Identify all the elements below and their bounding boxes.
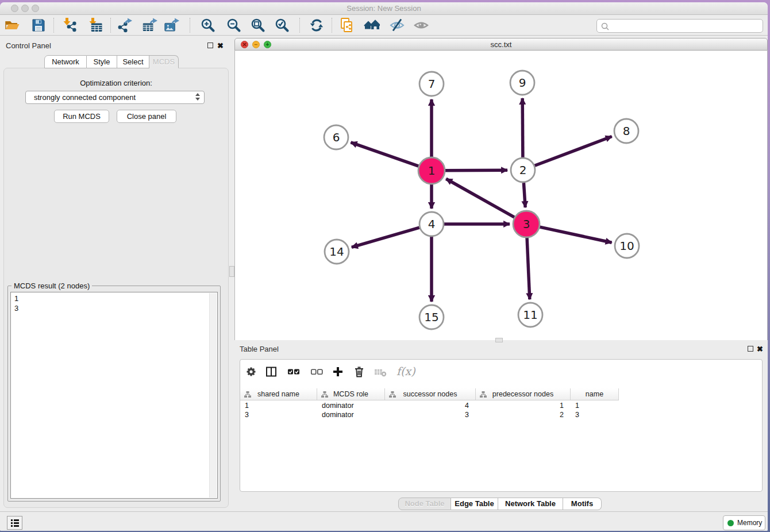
graph-node-7[interactable]: 7 [419,72,444,96]
network-minimize-button[interactable]: − [252,41,260,48]
zoom-selected-icon[interactable] [274,17,290,33]
open-icon[interactable] [4,17,20,33]
graph-node-10[interactable]: 10 [615,234,639,258]
clear-table-icon[interactable] [374,365,387,378]
criterion-value: strongly connected component [34,93,136,102]
graph-node-6[interactable]: 6 [324,125,348,149]
graph-edge-1-2[interactable] [445,170,507,171]
graph-edge-2-9[interactable] [522,98,523,157]
column-header-name[interactable]: name [571,388,619,400]
zoom-fit-icon[interactable] [250,17,266,33]
zoom-in-icon[interactable] [200,17,216,33]
criterion-select[interactable]: strongly connected component [25,91,205,104]
graph-node-1[interactable]: 1 [418,157,445,184]
tab-style[interactable]: Style [87,55,117,68]
task-history-button[interactable] [7,516,22,530]
control-panel-title: Control Panel [6,41,51,50]
split-columns-icon[interactable] [265,365,278,378]
close-panel-button[interactable]: Close panel [117,110,176,123]
export-image-icon[interactable] [164,17,180,33]
import-network-icon[interactable] [61,17,78,33]
table-row[interactable]: 1dominator411 [240,401,619,410]
graph-edge-3-11[interactable] [527,238,530,299]
minimize-window-button[interactable] [21,5,29,12]
tab-network-table[interactable]: Network Table [498,498,563,510]
network-window-title: scc.txt [235,38,767,51]
table-panel-title: Table Panel [240,345,279,353]
table-cell: 4 [385,401,476,410]
close-window-button[interactable] [11,5,18,12]
memory-button[interactable]: Memory [723,515,765,530]
table-row[interactable]: 3dominator323 [240,410,619,419]
svg-text:14: 14 [329,245,344,259]
mcds-result-textarea[interactable]: 1 3 [10,292,218,499]
toolbar-separator [299,18,300,33]
zoom-out-icon[interactable] [226,17,242,33]
horizontal-splitter-handle[interactable] [495,338,503,342]
network-window-titlebar[interactable]: ✕ − + scc.txt [234,38,768,51]
graph-edge-2-8[interactable] [535,137,612,166]
refresh-icon[interactable] [309,17,325,33]
select-all-icon[interactable] [287,365,300,378]
import-table-icon[interactable] [87,17,103,33]
run-mcds-button[interactable]: Run MCDS [54,110,109,123]
tab-mcds[interactable]: MCDS [149,55,179,68]
network-zoom-button[interactable]: + [264,41,271,48]
graph-node-2[interactable]: 2 [511,158,535,182]
show-panel-icon[interactable] [413,17,429,33]
hide-panel-icon[interactable] [389,17,405,33]
column-header-MCDS-role[interactable]: MCDS role [317,388,385,400]
add-icon[interactable] [332,365,344,378]
duplicate-network-icon[interactable] [339,17,355,33]
svg-text:15: 15 [424,310,438,324]
column-header-successor-nodes[interactable]: successor nodes [385,388,476,400]
network-canvas[interactable]: 7968124314101511 [234,51,768,340]
mcds-result-scrollbar[interactable] [209,293,217,498]
search-icon [600,22,610,31]
tab-node-table[interactable]: Node Table [398,498,451,510]
control-panel-float-button[interactable] [207,43,213,48]
delete-icon[interactable] [353,365,365,378]
graph-node-4[interactable]: 4 [419,212,444,236]
tab-select[interactable]: Select [117,55,149,68]
graph-node-8[interactable]: 8 [614,119,638,143]
graph-node-11[interactable]: 11 [518,303,542,327]
graph-node-9[interactable]: 9 [510,71,534,95]
export-table-icon[interactable] [142,17,158,33]
table-cell: 2 [476,410,571,419]
application: Session: New Session Control Panel ✖ Net… [0,0,770,532]
vertical-splitter-handle[interactable] [229,266,234,277]
search-input[interactable] [596,19,763,33]
deselect-all-icon[interactable] [310,365,323,378]
table-panel-float-button[interactable] [748,346,753,352]
mcds-result-group: MCDS result (2 nodes) 1 3 [7,286,221,502]
settings-icon[interactable] [245,365,257,378]
save-icon[interactable] [30,17,47,33]
export-network-icon[interactable] [117,17,133,33]
table-cell: dominator [317,401,385,410]
function-icon[interactable]: f(x) [396,365,416,378]
column-header-shared-name[interactable]: shared name [240,388,317,400]
control-panel-close-icon[interactable]: ✖ [217,42,224,49]
graph-node-14[interactable]: 14 [325,240,349,264]
graph-edge-4-14[interactable] [352,228,419,247]
graph-edge-1-6[interactable] [351,142,418,166]
graph-edge-2-3[interactable] [523,183,525,207]
graph-edge-3-10[interactable] [540,227,611,242]
home-icon[interactable] [364,17,380,33]
memory-status-icon [727,520,734,526]
graph-edge-3-1[interactable] [446,179,514,217]
tab-motifs[interactable]: Motifs [563,498,602,510]
tab-edge-table[interactable]: Edge Table [451,498,498,510]
column-header-predecessor-nodes[interactable]: predecessor nodes [476,388,571,400]
svg-text:7: 7 [428,77,436,91]
graph-node-15[interactable]: 15 [419,305,444,329]
svg-text:8: 8 [623,124,630,138]
tab-network[interactable]: Network [44,55,87,68]
graph-node-3[interactable]: 3 [513,211,540,237]
table-panel-close-icon[interactable]: ✖ [757,345,763,353]
network-close-button[interactable]: ✕ [241,41,248,48]
table-cell: 3 [240,410,317,419]
zoom-window-button[interactable] [32,5,39,12]
app-titlebar[interactable]: Session: New Session [0,2,768,15]
